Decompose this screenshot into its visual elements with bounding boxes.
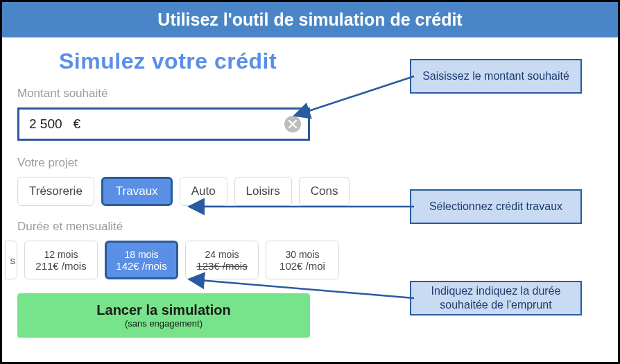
svg-line-0 <box>296 76 414 115</box>
arrow-amount-icon <box>2 2 620 364</box>
app-frame: Utilisez l'outil de simulation de crédit… <box>0 0 620 364</box>
svg-line-2 <box>191 279 414 298</box>
